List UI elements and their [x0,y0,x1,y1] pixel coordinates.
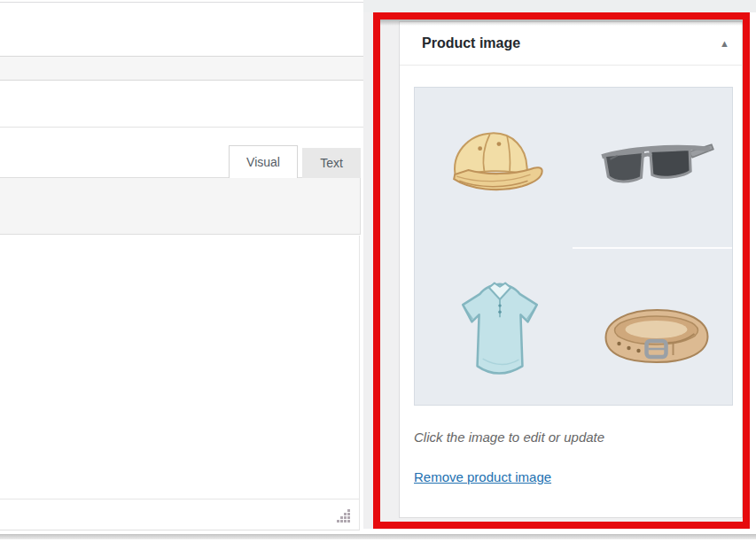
permalink-row [0,3,363,55]
panel-collapse-icon[interactable]: ▲ [720,39,729,49]
sunglasses-illustration [597,137,716,192]
editor-statusbar [0,499,360,530]
thumbnail-caption: Click the image to edit or update [414,430,604,445]
page-bottom-divider [0,534,756,539]
product-image-panel: Product image ▲ [399,21,743,518]
editor-content-area[interactable] [0,236,360,499]
collapsed-bar [0,56,363,81]
baseball-cap-illustration [443,123,560,213]
column-gap [363,12,373,529]
product-image-thumbnail-button[interactable] [414,87,733,406]
product-image-panel-title: Product image [422,35,720,51]
remove-product-image-link[interactable]: Remove product image [414,469,551,484]
page-top-strip [363,0,756,12]
resize-grippie-icon[interactable] [336,508,351,523]
description-panel-header[interactable]: ▲ [0,81,363,128]
annotation-highlight-rectangle: Product image ▲ [373,12,750,529]
tab-text-label: Text [320,156,343,170]
editor-toolbar [0,177,361,235]
annotation-shadow [380,19,743,26]
main-column: ▲ Visual Text [0,0,363,542]
product-image-panel-header[interactable]: Product image ▲ [400,22,742,66]
belt-illustration [596,297,718,376]
polo-shirt-illustration [450,268,549,382]
image-grid-divider [573,247,732,249]
tab-visual[interactable]: Visual [229,145,298,178]
tab-text[interactable]: Text [302,148,361,178]
tab-visual-label: Visual [246,155,280,169]
